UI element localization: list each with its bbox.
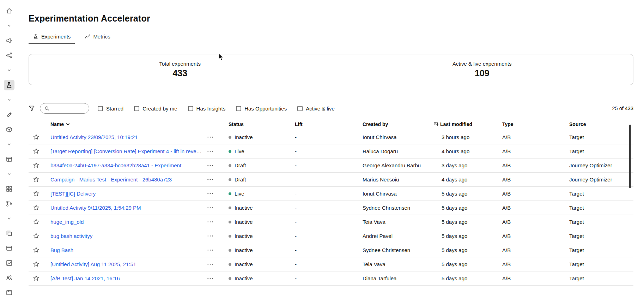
status-label: Draft [235, 177, 246, 183]
chevron-down-icon[interactable] [4, 139, 14, 150]
filter-checkbox[interactable]: Has Insights [188, 106, 226, 112]
search-input[interactable] [51, 105, 85, 112]
edit-icon[interactable] [4, 109, 14, 120]
row-actions-button[interactable] [207, 277, 229, 279]
experiment-name-link[interactable]: [A/B Test] Jan 14 2021, 16:16 [50, 275, 120, 281]
chevron-down-icon[interactable] [4, 169, 14, 179]
star-cell [29, 247, 50, 253]
grid-icon[interactable] [4, 184, 14, 194]
row-actions-button[interactable] [207, 221, 229, 223]
name-cell: [A/B Test] Jan 14 2021, 16:16 [50, 275, 207, 281]
chart-icon[interactable] [4, 258, 14, 268]
filter-checkboxes: Starred Created by me Has Insights Has O… [98, 106, 335, 112]
filter-checkbox[interactable]: Active & live [297, 106, 335, 112]
checkbox-box[interactable] [236, 106, 241, 111]
star-icon[interactable] [33, 247, 40, 253]
row-actions-button[interactable] [207, 150, 229, 152]
experiment-name-link[interactable]: Untitled Activity 23/09/2025, 10:19:21 [50, 134, 138, 140]
row-actions-button[interactable] [207, 263, 229, 265]
row-actions-button[interactable] [207, 165, 229, 166]
window-tabs-icon[interactable] [4, 287, 14, 298]
filter-checkbox[interactable]: Has Opportunities [236, 106, 287, 112]
stat-active-live-experiments: Active & live experiments 109 [331, 61, 633, 78]
tab-experiments[interactable]: Experiments [29, 32, 75, 44]
star-cell [29, 261, 50, 268]
experiment-name-link[interactable]: Untitled Activity 9/11/2025, 1:54:29 PM [50, 205, 141, 211]
star-icon[interactable] [33, 233, 40, 239]
experiment-name-link[interactable]: b334fe0a-24b0-4197-a334-bc0632b28a41 - E… [50, 162, 181, 168]
experiment-name-link[interactable]: bug bash activityy [50, 233, 92, 239]
row-actions-button[interactable] [207, 207, 229, 209]
chevron-down-icon[interactable] [4, 65, 14, 76]
row-actions-button[interactable] [207, 249, 229, 251]
star-icon[interactable] [33, 162, 40, 169]
last-modified-value: 5 days ago [442, 275, 502, 281]
status-cell: Inactive [229, 219, 295, 225]
chevron-down-icon[interactable] [4, 95, 14, 105]
row-actions-button[interactable] [207, 193, 229, 195]
box-icon[interactable] [4, 124, 14, 135]
filter-bar: Starred Created by me Has Insights Has O… [29, 103, 633, 114]
experiment-name-link[interactable]: Campaign - Marius Test - Experiment - 26… [50, 177, 172, 183]
experiment-name-link[interactable]: [TEST][IC] Delivery [50, 191, 96, 197]
workflow-icon[interactable] [4, 50, 14, 61]
checkbox-label: Has Opportunities [244, 106, 287, 112]
table-row: [TEST][IC] Delivery Live - Ionut Chirvas… [29, 187, 633, 201]
megaphone-icon[interactable] [4, 35, 14, 46]
vertical-scrollbar-thumb[interactable] [629, 125, 631, 188]
experiments-flask-icon[interactable] [4, 80, 14, 90]
copy-icon[interactable] [4, 228, 14, 239]
star-icon[interactable] [33, 261, 40, 268]
filter-checkbox[interactable]: Created by me [134, 106, 177, 112]
source-value: Journey Optimizer [569, 177, 633, 183]
checkbox-box[interactable] [134, 106, 139, 111]
star-icon[interactable] [33, 204, 40, 211]
star-icon[interactable] [33, 275, 40, 282]
more-icon [207, 150, 213, 152]
row-actions-button[interactable] [207, 179, 229, 180]
experiment-name-link[interactable]: [Target Reporting] [Conversion Rate] Exp… [50, 148, 205, 154]
status-label: Live [235, 148, 244, 154]
last-modified-value: 5 days ago [442, 191, 502, 197]
experiment-name-link[interactable]: [Untitled Activity] Aug 11 2025, 21:51 [50, 261, 136, 267]
column-header-lift: Lift [295, 121, 363, 127]
status-dot [229, 277, 231, 280]
star-icon[interactable] [33, 190, 40, 197]
search-icon [44, 106, 49, 111]
stat-label: Total experiments [29, 61, 331, 67]
status-cell: Live [229, 191, 295, 197]
star-icon[interactable] [33, 134, 40, 140]
experiment-name-link[interactable]: huge_img_old [50, 219, 84, 225]
filter-funnel-icon[interactable] [29, 105, 36, 112]
tab-metrics[interactable]: Metrics [80, 32, 114, 44]
branch-icon[interactable] [4, 198, 14, 209]
status-label: Inactive [235, 219, 253, 225]
users-icon[interactable] [4, 273, 14, 283]
panel-icon[interactable] [4, 243, 14, 253]
status-cell: Live [229, 148, 295, 154]
experiment-name-link[interactable]: Bug Bash [50, 247, 73, 253]
column-header-name[interactable]: Name [50, 121, 207, 127]
chevron-down-icon [66, 122, 70, 126]
star-icon[interactable] [33, 148, 40, 155]
home-icon[interactable] [4, 6, 14, 16]
column-header-last-modified[interactable]: Last modified [434, 121, 502, 127]
status-label: Inactive [235, 247, 253, 253]
column-header-status: Status [229, 121, 295, 127]
checkbox-box[interactable] [297, 106, 303, 111]
checkbox-box[interactable] [188, 106, 193, 111]
created-by-value: Andrei Pavel [363, 233, 442, 239]
status-cell: Inactive [229, 134, 295, 140]
star-cell [29, 134, 50, 140]
search-box[interactable] [40, 103, 89, 114]
star-icon[interactable] [33, 219, 40, 225]
metrics-line-icon [85, 34, 90, 40]
chevron-down-icon[interactable] [4, 20, 14, 31]
filter-checkbox[interactable]: Starred [98, 106, 123, 112]
checkbox-box[interactable] [98, 106, 103, 111]
chevron-down-icon[interactable] [4, 213, 14, 224]
star-icon[interactable] [33, 176, 40, 183]
row-actions-button[interactable] [207, 235, 229, 237]
row-actions-button[interactable] [207, 136, 229, 138]
data-table-icon[interactable] [4, 154, 14, 165]
